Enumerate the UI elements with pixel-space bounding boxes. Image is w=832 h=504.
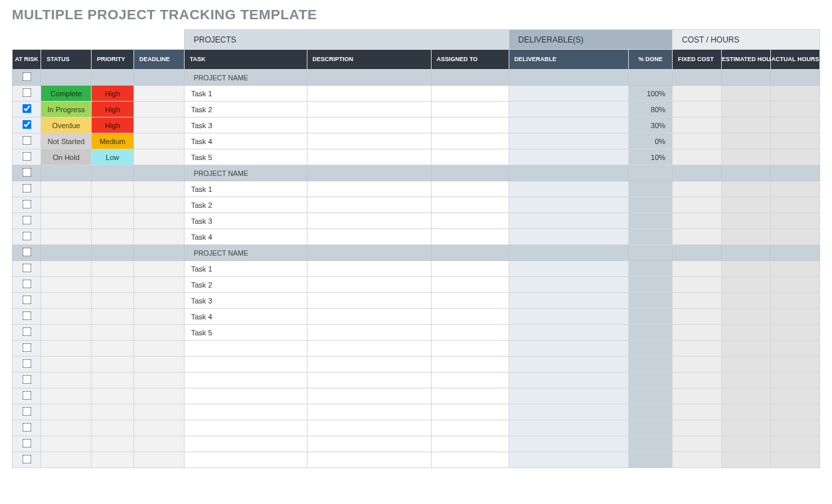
at-risk-checkbox[interactable] — [22, 184, 31, 193]
fixed-cost-cell[interactable] — [673, 309, 722, 325]
assigned-to-cell[interactable] — [431, 102, 509, 118]
pct-done-cell[interactable] — [629, 373, 673, 388]
fixed-cost-cell[interactable] — [673, 70, 722, 86]
fixed-cost-cell[interactable] — [673, 118, 722, 133]
task-cell[interactable]: Task 2 — [184, 102, 307, 118]
act-hours-cell[interactable] — [770, 420, 819, 436]
fixed-cost-cell[interactable] — [673, 420, 722, 436]
status-cell[interactable] — [41, 229, 92, 245]
deliverable-cell[interactable] — [509, 341, 629, 357]
deliverable-cell[interactable] — [509, 86, 629, 102]
assigned-to-cell[interactable] — [431, 229, 509, 245]
pct-done-cell[interactable]: 100% — [629, 86, 673, 102]
description-cell[interactable] — [307, 420, 431, 436]
task-cell[interactable]: Task 3 — [184, 293, 307, 309]
description-cell[interactable] — [307, 149, 431, 165]
pct-done-cell[interactable] — [629, 229, 673, 245]
pct-done-cell[interactable] — [629, 325, 673, 341]
assigned-to-cell[interactable] — [431, 133, 509, 149]
fixed-cost-cell[interactable] — [673, 86, 722, 102]
est-hours-cell[interactable] — [722, 133, 771, 149]
priority-cell[interactable] — [92, 70, 134, 86]
priority-cell[interactable]: High — [92, 118, 134, 133]
priority-cell[interactable] — [92, 341, 134, 357]
act-hours-cell[interactable] — [770, 149, 819, 165]
deliverable-cell[interactable] — [509, 213, 629, 229]
deadline-cell[interactable] — [133, 420, 184, 436]
act-hours-cell[interactable] — [770, 404, 819, 420]
fixed-cost-cell[interactable] — [673, 325, 722, 341]
assigned-to-cell[interactable] — [431, 325, 509, 341]
priority-cell[interactable] — [92, 277, 134, 293]
deadline-cell[interactable] — [133, 293, 184, 309]
est-hours-cell[interactable] — [722, 277, 771, 293]
description-cell[interactable] — [307, 373, 431, 388]
est-hours-cell[interactable] — [722, 452, 771, 468]
est-hours-cell[interactable] — [722, 213, 771, 229]
fixed-cost-cell[interactable] — [673, 181, 722, 197]
act-hours-cell[interactable] — [770, 388, 819, 404]
at-risk-checkbox[interactable] — [22, 455, 31, 464]
task-cell[interactable]: Task 1 — [184, 261, 307, 277]
deadline-cell[interactable] — [133, 357, 184, 373]
deadline-cell[interactable] — [133, 86, 184, 102]
act-hours-cell[interactable] — [770, 133, 819, 149]
task-cell[interactable]: Task 3 — [184, 213, 307, 229]
assigned-to-cell[interactable] — [431, 404, 509, 420]
priority-cell[interactable] — [92, 404, 134, 420]
at-risk-checkbox[interactable] — [22, 391, 31, 400]
fixed-cost-cell[interactable] — [673, 102, 722, 118]
act-hours-cell[interactable] — [770, 261, 819, 277]
est-hours-cell[interactable] — [722, 325, 771, 341]
deadline-cell[interactable] — [133, 213, 184, 229]
act-hours-cell[interactable] — [770, 309, 819, 325]
est-hours-cell[interactable] — [722, 229, 771, 245]
act-hours-cell[interactable] — [770, 277, 819, 293]
pct-done-cell[interactable] — [629, 261, 673, 277]
act-hours-cell[interactable] — [770, 197, 819, 213]
deadline-cell[interactable] — [133, 181, 184, 197]
status-cell[interactable]: Not Started — [41, 133, 92, 149]
task-cell[interactable] — [184, 341, 307, 357]
assigned-to-cell[interactable] — [431, 373, 509, 388]
est-hours-cell[interactable] — [722, 197, 771, 213]
at-risk-checkbox[interactable] — [22, 439, 31, 448]
at-risk-checkbox[interactable] — [22, 120, 31, 129]
pct-done-cell[interactable] — [629, 197, 673, 213]
status-cell[interactable] — [41, 325, 92, 341]
deliverable-cell[interactable] — [509, 293, 629, 309]
act-hours-cell[interactable] — [770, 213, 819, 229]
est-hours-cell[interactable] — [722, 404, 771, 420]
at-risk-checkbox[interactable] — [22, 216, 31, 225]
task-cell[interactable]: PROJECT NAME — [184, 245, 307, 261]
status-cell[interactable] — [41, 293, 92, 309]
est-hours-cell[interactable] — [722, 102, 771, 118]
task-cell[interactable] — [184, 357, 307, 373]
act-hours-cell[interactable] — [770, 341, 819, 357]
deadline-cell[interactable] — [133, 197, 184, 213]
task-cell[interactable]: Task 2 — [184, 197, 307, 213]
priority-cell[interactable] — [92, 229, 134, 245]
fixed-cost-cell[interactable] — [673, 165, 722, 181]
fixed-cost-cell[interactable] — [673, 229, 722, 245]
priority-cell[interactable] — [92, 309, 134, 325]
fixed-cost-cell[interactable] — [673, 404, 722, 420]
priority-cell[interactable] — [92, 436, 134, 452]
fixed-cost-cell[interactable] — [673, 245, 722, 261]
at-risk-checkbox[interactable] — [22, 168, 31, 177]
pct-done-cell[interactable]: 30% — [629, 118, 673, 133]
fixed-cost-cell[interactable] — [673, 341, 722, 357]
status-cell[interactable] — [41, 181, 92, 197]
status-cell[interactable] — [41, 373, 92, 388]
deadline-cell[interactable] — [133, 325, 184, 341]
assigned-to-cell[interactable] — [431, 277, 509, 293]
assigned-to-cell[interactable] — [431, 452, 509, 468]
status-cell[interactable] — [41, 388, 92, 404]
status-cell[interactable] — [41, 420, 92, 436]
deliverable-cell[interactable] — [509, 388, 629, 404]
task-cell[interactable] — [184, 404, 307, 420]
task-cell[interactable] — [184, 388, 307, 404]
task-cell[interactable]: Task 5 — [184, 325, 307, 341]
deliverable-cell[interactable] — [509, 404, 629, 420]
deadline-cell[interactable] — [133, 133, 184, 149]
